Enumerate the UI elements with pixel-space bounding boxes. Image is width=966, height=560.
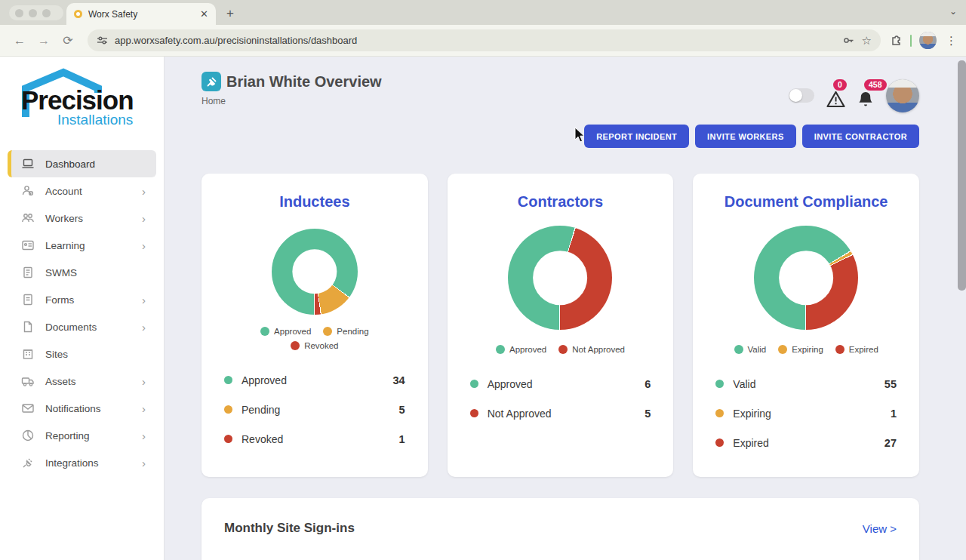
invite-workers-button[interactable]: INVITE WORKERS — [695, 125, 796, 148]
id-card-icon — [21, 238, 35, 252]
sidebar-item-notifications[interactable]: Notifications› — [8, 395, 156, 422]
browser-profile-avatar[interactable] — [919, 32, 937, 49]
window-close-button[interactable] — [15, 9, 23, 17]
summary-card: Document ComplianceValidExpiringExpiredV… — [693, 174, 919, 477]
sidebar-item-documents[interactable]: Documents› — [8, 313, 156, 340]
notifications-button[interactable]: 458 — [857, 79, 874, 111]
legend-item: Expired — [835, 345, 878, 354]
status-dot — [224, 405, 232, 414]
sidebar-item-dashboard[interactable]: Dashboard — [8, 150, 156, 177]
sidebar-menu: DashboardAccount›Workers›Learning›SWMSFo… — [0, 150, 164, 476]
alerts-button[interactable]: 0 — [826, 79, 845, 111]
close-tab-icon[interactable]: ✕ — [200, 8, 208, 20]
invite-contractor-button[interactable]: INVITE CONTRACTOR — [802, 125, 919, 148]
chevron-right-icon: › — [142, 294, 156, 306]
chart-legend: ApprovedPendingRevoked — [239, 327, 390, 350]
address-bar[interactable]: app.worxsafety.com.au/precisioninstallat… — [88, 29, 881, 51]
sidebar-item-workers[interactable]: Workers› — [8, 205, 156, 232]
legend-item: Valid — [734, 345, 767, 354]
stat-value: 1 — [891, 408, 897, 420]
plug-icon — [21, 456, 35, 469]
stat-rows: Approved6Not Approved5 — [470, 369, 651, 428]
chevron-right-icon: › — [142, 402, 156, 415]
window-zoom-button[interactable] — [42, 9, 51, 17]
monthly-signins-title: Monthly Site Sign-ins — [224, 521, 355, 536]
chevron-right-icon: › — [142, 429, 156, 442]
stat-value: 27 — [884, 437, 897, 449]
scrollbar-thumb[interactable] — [958, 60, 966, 291]
person-icon — [21, 184, 35, 198]
sidebar-item-label: SWMS — [45, 267, 156, 278]
browser-tab[interactable]: Worx Safety ✕ — [66, 3, 216, 25]
sidebar-item-reporting[interactable]: Reporting› — [8, 422, 156, 449]
stat-row: Valid55 — [715, 369, 897, 398]
browser-tab-strip: Worx Safety ✕ + ⌄ — [0, 0, 966, 25]
report-incident-button[interactable]: REPORT INCIDENT — [584, 125, 689, 148]
reload-icon[interactable]: ⟳ — [57, 33, 78, 48]
legend-dot — [835, 345, 844, 354]
user-avatar[interactable] — [886, 79, 919, 112]
warning-triangle-icon — [826, 91, 845, 108]
sidebar-item-label: Reporting — [45, 430, 142, 442]
legend-item: Not Approved — [558, 345, 625, 354]
stat-rows: Approved34Pending5Revoked1 — [224, 365, 405, 454]
page-title: Brian White Overview — [226, 73, 382, 91]
status-dot — [715, 438, 724, 447]
star-icon[interactable]: ☆ — [862, 34, 872, 48]
status-dot — [715, 409, 724, 417]
donut-chart[interactable] — [272, 229, 358, 315]
sidebar-item-assets[interactable]: Assets› — [8, 368, 156, 395]
chevron-right-icon: › — [142, 375, 156, 388]
overflow-menu-icon[interactable]: ⋮ — [946, 34, 957, 48]
window-controls[interactable] — [9, 5, 63, 20]
stat-value: 6 — [645, 378, 651, 390]
key-icon[interactable] — [842, 34, 855, 47]
site-favicon-icon — [74, 10, 82, 18]
window-minimize-button[interactable] — [29, 9, 37, 17]
new-tab-icon[interactable]: + — [226, 6, 234, 21]
sidebar-item-learning[interactable]: Learning› — [8, 232, 156, 259]
sidebar-item-forms[interactable]: Forms› — [8, 286, 156, 313]
sidebar-item-integrations[interactable]: Integrations› — [8, 449, 156, 476]
view-link[interactable]: View > — [863, 522, 897, 535]
tune-icon[interactable] — [97, 35, 108, 46]
chevron-right-icon: › — [142, 212, 156, 225]
url-text[interactable]: app.worxsafety.com.au/precisioninstallat… — [115, 35, 835, 46]
donut-chart[interactable] — [754, 226, 858, 330]
sidebar: Precision Installations DashboardAccount… — [0, 57, 165, 560]
stat-row: Revoked1 — [224, 424, 405, 454]
extension-indicator — [910, 35, 912, 47]
laptop-icon — [21, 157, 35, 171]
bell-icon — [857, 91, 874, 108]
summary-card: ContractorsApprovedNot ApprovedApproved6… — [448, 174, 674, 477]
legend-dot — [496, 345, 505, 354]
sidebar-item-swms[interactable]: SWMS — [8, 259, 156, 286]
dashboard-main: Brian White Overview Home 0 458 — [165, 57, 966, 560]
card-title: Contractors — [448, 193, 674, 211]
stat-row: Approved6 — [470, 369, 651, 398]
document-icon — [21, 266, 35, 279]
chart-legend: ApprovedNot Approved — [448, 345, 674, 354]
browser-window: Worx Safety ✕ + ⌄ ← → ⟳ app.worxsafety.c… — [0, 0, 966, 560]
extensions-icon[interactable] — [890, 34, 903, 47]
back-icon[interactable]: ← — [9, 34, 30, 48]
forward-icon[interactable]: → — [33, 34, 54, 48]
legend-dot — [558, 345, 568, 354]
theme-toggle[interactable] — [789, 88, 814, 103]
legend-item: Revoked — [291, 341, 338, 350]
tab-strip-chevron-icon[interactable]: ⌄ — [949, 6, 957, 17]
form-icon — [21, 293, 35, 306]
breadcrumb[interactable]: Home — [202, 96, 382, 106]
donut-chart[interactable] — [508, 226, 612, 330]
file-icon — [21, 320, 35, 334]
status-dot — [224, 435, 232, 443]
sidebar-item-label: Learning — [45, 240, 142, 251]
sidebar-item-sites[interactable]: Sites — [8, 340, 156, 368]
sidebar-item-account[interactable]: Account› — [8, 177, 156, 205]
sidebar-item-label: Assets — [45, 376, 142, 387]
legend-item: Approved — [260, 327, 311, 336]
sidebar-item-label: Documents — [45, 322, 142, 333]
stat-value: 55 — [884, 378, 897, 390]
sidebar-item-label: Account — [45, 186, 142, 197]
sidebar-item-label: Workers — [45, 213, 142, 224]
